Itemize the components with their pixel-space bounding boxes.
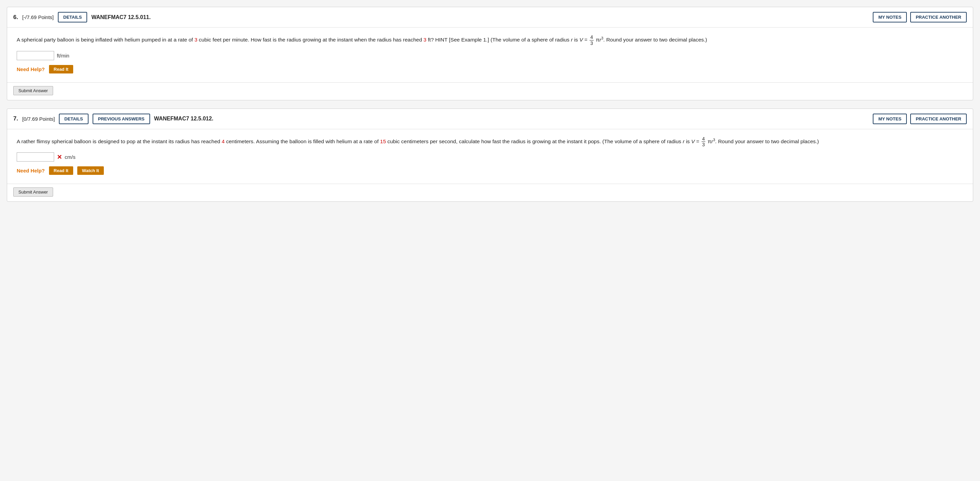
practice-another-button-6[interactable]: PRACTICE ANOTHER — [910, 12, 967, 22]
need-help-label-6: Need Help? — [17, 66, 45, 72]
question-6-id: WANEFMAC7 12.5.011. — [91, 14, 869, 21]
question-6-header: 6. [-/7.69 Points] DETAILS WANEFMAC7 12.… — [7, 7, 973, 27]
question-6-need-help: Need Help? Read It — [17, 65, 963, 73]
question-7-need-help: Need Help? Read It Watch It — [17, 166, 963, 175]
question-6-submit-row: Submit Answer — [7, 82, 973, 100]
question-7-answer-row: ✕ cm/s — [17, 152, 963, 162]
practice-another-button-7[interactable]: PRACTICE ANOTHER — [910, 114, 967, 124]
previous-answers-button-7[interactable]: PREVIOUS ANSWERS — [92, 114, 150, 124]
q6-text3: ft? HINT [See Example 1.] (The volume of… — [428, 37, 589, 43]
my-notes-button-7[interactable]: MY NOTES — [873, 114, 907, 124]
question-6-body: A spherical party balloon is being infla… — [7, 27, 973, 82]
question-6: 6. [-/7.69 Points] DETAILS WANEFMAC7 12.… — [7, 7, 973, 100]
q6-text2: cubic feet per minute. How fast is the r… — [199, 37, 423, 43]
my-notes-button-6[interactable]: MY NOTES — [873, 12, 907, 22]
submit-button-6[interactable]: Submit Answer — [13, 86, 53, 95]
question-6-points: [-/7.69 Points] — [22, 14, 54, 20]
question-7-unit: cm/s — [65, 154, 76, 160]
q7-text2: centimeters. Assuming the balloon is fil… — [226, 138, 380, 144]
q6-text4: πr3. Round your answer to two decimal pl… — [596, 37, 707, 43]
q7-highlight1: 4 — [221, 138, 225, 144]
question-7-body: A rather flimsy spherical balloon is des… — [7, 129, 973, 184]
need-help-label-7: Need Help? — [17, 168, 45, 173]
question-6-text: A spherical party balloon is being infla… — [17, 34, 963, 46]
question-7-actions: MY NOTES PRACTICE ANOTHER — [873, 114, 967, 124]
question-7-id: WANEFMAC7 12.5.012. — [154, 116, 869, 122]
question-6-number: 6. — [13, 14, 18, 21]
question-7-number: 7. — [13, 115, 18, 122]
question-7-answer-input[interactable] — [17, 152, 54, 162]
q7-text1: A rather flimsy spherical balloon is des… — [17, 138, 221, 144]
question-7-points: [0/7.69 Points] — [22, 116, 55, 122]
details-button-6[interactable]: DETAILS — [58, 12, 88, 22]
question-7: 7. [0/7.69 Points] DETAILS PREVIOUS ANSW… — [7, 108, 973, 202]
question-6-actions: MY NOTES PRACTICE ANOTHER — [873, 12, 967, 22]
q7-fraction-den: 3 — [702, 142, 706, 148]
wrong-icon-7: ✕ — [57, 153, 62, 161]
question-6-answer-row: ft/min — [17, 51, 963, 60]
q7-highlight2: 15 — [380, 138, 386, 144]
watch-it-button-7[interactable]: Watch It — [77, 166, 104, 175]
q6-fraction-num: 4 — [590, 34, 593, 40]
q6-highlight1: 3 — [194, 37, 197, 43]
q7-text4: πr3. Round your answer to two decimal pl… — [708, 138, 819, 144]
details-button-7[interactable]: DETAILS — [59, 114, 89, 124]
question-6-answer-input[interactable] — [17, 51, 54, 60]
q7-fraction-num: 4 — [702, 136, 706, 142]
read-it-button-7[interactable]: Read It — [49, 166, 73, 175]
q7-fraction: 4 3 — [702, 136, 706, 148]
submit-button-7[interactable]: Submit Answer — [13, 187, 53, 197]
question-6-unit: ft/min — [57, 53, 70, 59]
question-7-text: A rather flimsy spherical balloon is des… — [17, 136, 963, 148]
q6-fraction: 4 3 — [590, 34, 593, 46]
q6-text1: A spherical party balloon is being infla… — [17, 37, 194, 43]
q6-fraction-den: 3 — [590, 40, 593, 46]
q6-highlight2: 3 — [423, 37, 426, 43]
q7-text3: cubic centimeters per second, calculate … — [387, 138, 701, 144]
read-it-button-6[interactable]: Read It — [49, 65, 73, 73]
question-7-header: 7. [0/7.69 Points] DETAILS PREVIOUS ANSW… — [7, 109, 973, 129]
question-7-submit-row: Submit Answer — [7, 184, 973, 202]
